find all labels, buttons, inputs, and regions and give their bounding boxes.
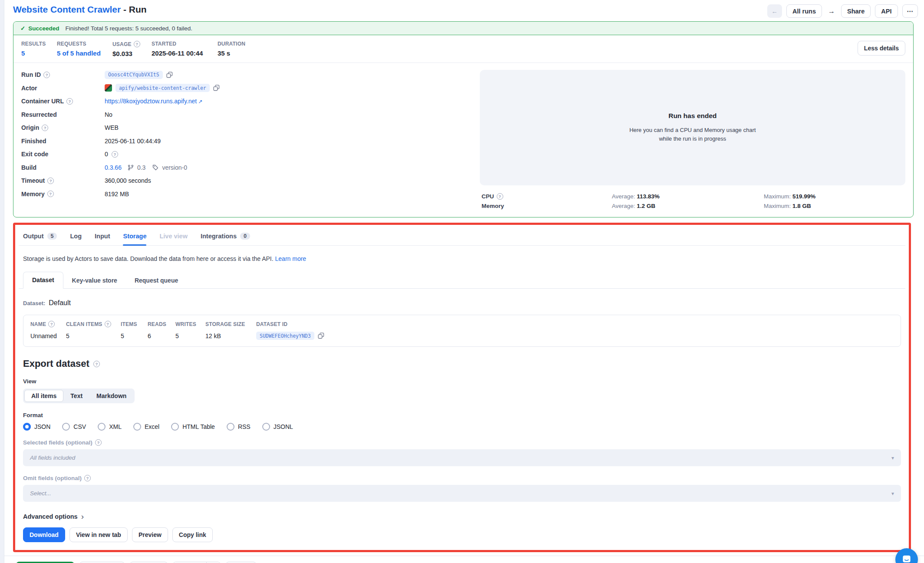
requests-link[interactable]: 5 of 5 handled — [57, 49, 112, 57]
usage-help-icon[interactable] — [134, 41, 140, 47]
selected-fields-label: Selected fields (optional) — [19, 431, 905, 446]
output-count-badge: 5 — [47, 233, 57, 240]
format-html-table[interactable]: HTML Table — [171, 423, 215, 431]
export-actions: Download View in new tab Preview Copy li… — [23, 527, 901, 550]
format-json[interactable]: JSON — [23, 423, 50, 431]
actor-logo-icon — [105, 84, 112, 92]
format-xml[interactable]: XML — [98, 423, 122, 431]
exit-code-row: Exit code 0 — [21, 149, 462, 159]
omit-fields-select[interactable]: Select... — [23, 485, 901, 502]
radio-icon — [98, 423, 106, 431]
branch-icon — [128, 165, 134, 171]
actor-name-value[interactable]: apify/website-content-crawler — [116, 84, 210, 92]
radio-icon — [171, 423, 179, 431]
selected-fields-help-icon[interactable] — [95, 439, 102, 446]
view-option-all-items[interactable]: All items — [24, 390, 63, 402]
dataset-name[interactable]: Default — [49, 299, 71, 307]
header-actions: ← All runs → Share API ⋯ — [767, 4, 919, 18]
view-option-markdown[interactable]: Markdown — [89, 390, 133, 402]
copy-link-button[interactable]: Copy link — [172, 527, 213, 542]
subtab-dataset[interactable]: Dataset — [23, 272, 63, 289]
run-chart-column: Run has ended Here you can find a CPU an… — [480, 70, 905, 209]
dataset-selector: Dataset: Default — [19, 289, 905, 307]
subtab-request-queue[interactable]: Request queue — [126, 273, 187, 289]
stat-duration: DURATION 35 s — [218, 41, 252, 57]
memory-average: Average: 1.2 GB — [612, 203, 764, 209]
export-dataset-header: Export dataset — [19, 347, 905, 369]
run-id-row: Run ID Ooosc4tCYqubVXItS — [21, 70, 462, 79]
view-in-new-tab-button[interactable]: View in new tab — [69, 527, 128, 542]
name-help-icon[interactable] — [48, 321, 55, 327]
radio-icon — [62, 423, 70, 431]
less-details-button[interactable]: Less details — [858, 41, 905, 56]
advanced-options-toggle[interactable]: Advanced options — [23, 512, 84, 520]
format-jsonl[interactable]: JSONL — [262, 423, 293, 431]
copy-icon[interactable] — [318, 333, 324, 339]
selected-fields-select[interactable]: All fields included — [23, 449, 901, 466]
container-url-link[interactable]: https://8koxjyodztow.runs.apify.net — [105, 98, 203, 105]
origin-row: Origin WEB — [21, 123, 462, 132]
col-reads: READS — [148, 321, 175, 332]
subtab-key-value-store[interactable]: Key-value store — [63, 273, 126, 289]
origin-help-icon[interactable] — [42, 125, 48, 131]
stat-requests: REQUESTS 5 of 5 handled — [57, 41, 112, 57]
export-dataset-title: Export dataset — [23, 358, 89, 369]
cell-storage-size: 12 kB — [205, 333, 256, 339]
col-dataset-id: DATASET ID — [256, 321, 894, 332]
run-tabs: Output5 Log Input Storage Live view Inte… — [19, 230, 905, 246]
status-message: Finished! Total 5 requests: 5 succeeded,… — [66, 25, 192, 32]
format-rss[interactable]: RSS — [227, 423, 251, 431]
dataset-label: Dataset: — [23, 300, 45, 306]
format-csv[interactable]: CSV — [62, 423, 86, 431]
copy-icon[interactable] — [166, 72, 173, 78]
tab-log[interactable]: Log — [70, 233, 82, 245]
annotation-rectangle: Output5 Log Input Storage Live view Inte… — [13, 223, 911, 552]
copy-icon[interactable] — [213, 85, 220, 91]
preview-button[interactable]: Preview — [132, 527, 168, 542]
next-run-button[interactable]: → — [826, 4, 837, 18]
learn-more-link[interactable]: Learn more — [275, 255, 307, 262]
build-version-link[interactable]: 0.3.66 — [105, 164, 122, 171]
cpu-help-icon[interactable] — [497, 193, 503, 200]
memory-label: Memory — [482, 203, 612, 209]
omit-fields-help-icon[interactable] — [84, 475, 91, 481]
container-url-row: Container URL https://8koxjyodztow.runs.… — [21, 96, 462, 106]
chevron-down-icon — [891, 455, 894, 461]
api-button[interactable]: API — [875, 4, 898, 18]
clean-items-help-icon[interactable] — [105, 321, 111, 327]
run-id-help-icon[interactable] — [43, 72, 50, 78]
omit-fields-label: Omit fields (optional) — [19, 466, 905, 481]
page-title-suffix: - Run — [123, 4, 147, 14]
finished-row: Finished 2025-06-11 00:44:49 — [21, 136, 462, 146]
tab-live-view: Live view — [159, 233, 187, 245]
view-option-text[interactable]: Text — [63, 390, 89, 402]
run-ended-title: Run has ended — [668, 112, 716, 120]
container-url-help-icon[interactable] — [66, 98, 73, 105]
more-actions-button[interactable]: ⋯ — [902, 4, 918, 18]
build-row: Build 0.3.66 0.3 version-0 — [21, 163, 462, 172]
tab-integrations[interactable]: Integrations0 — [201, 233, 250, 245]
run-ended-line1: Here you can find a CPU and Memory usage… — [629, 126, 756, 135]
tag-icon — [152, 165, 158, 171]
export-help-icon[interactable] — [93, 361, 100, 367]
actor-row: Actor apify/website-content-crawler — [21, 83, 462, 93]
tab-storage[interactable]: Storage — [123, 233, 146, 245]
resurrected-row: Resurrected No — [21, 110, 462, 119]
results-link[interactable]: 5 — [21, 49, 57, 57]
timeout-help-icon[interactable] — [47, 178, 54, 184]
run-body: Run ID Ooosc4tCYqubVXItS Actor apify/web… — [13, 63, 913, 217]
stat-usage: USAGE $0.033 — [112, 41, 152, 57]
col-name: NAME — [30, 321, 66, 332]
tab-input[interactable]: Input — [95, 233, 110, 245]
share-button[interactable]: Share — [841, 4, 871, 18]
memory-help-icon[interactable] — [47, 191, 54, 197]
cell-clean-items: 5 — [66, 333, 121, 339]
actor-title-link[interactable]: Website Content Crawler — [13, 4, 121, 14]
prev-run-button[interactable]: ← — [767, 4, 782, 18]
all-runs-button[interactable]: All runs — [786, 4, 822, 18]
download-button[interactable]: Download — [23, 527, 65, 542]
tab-output[interactable]: Output5 — [23, 233, 57, 245]
format-excel[interactable]: Excel — [133, 423, 159, 431]
status-badge: ✓ Succeeded — [20, 25, 59, 32]
exit-code-help-icon[interactable] — [112, 151, 118, 158]
